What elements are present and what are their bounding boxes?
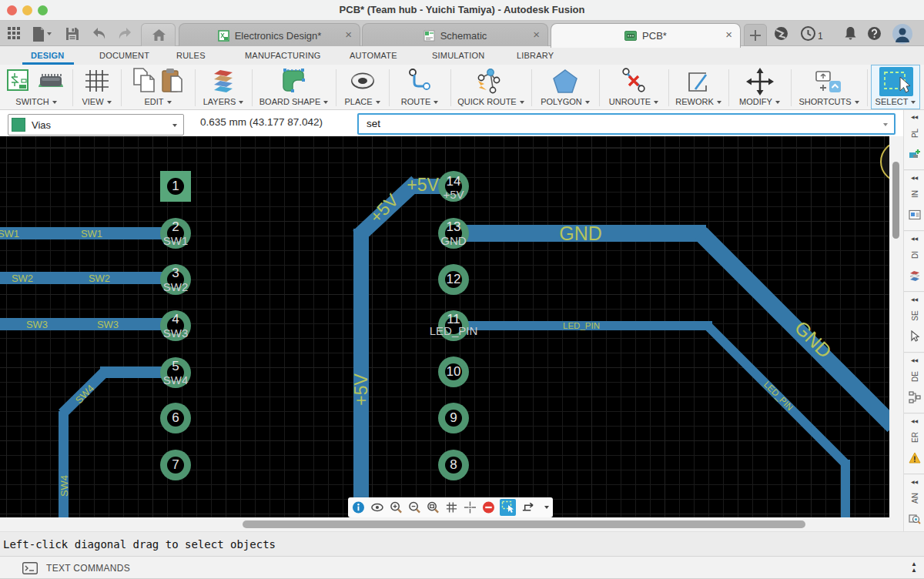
expand-chevrons-icon: ◀◀ [911, 114, 918, 119]
crosshair-icon[interactable] [464, 500, 477, 514]
pad-number: 8 [450, 457, 457, 473]
toolbar-label-route: ROUTE [401, 97, 431, 106]
layer-name: Vias [32, 119, 51, 131]
extensions-globe-icon[interactable] [774, 26, 788, 41]
fusion-window: PCB* (Team hub - Yuichi Tamiya) - Autode… [0, 0, 924, 579]
net-label-sw4-v: SW4 [59, 475, 70, 497]
toolbar-label-board-shape: BOARD SHAPE [259, 97, 320, 106]
side-panel-column: ◀◀ PL ◀◀ IN ◀◀ DI ◀◀ SE ◀◀ DE ◀◀ ER [903, 110, 924, 531]
trace-ledpin-v[interactable] [841, 460, 850, 517]
control-bar: Vias 0.635 mm (43.177 87.042) set [0, 110, 924, 136]
pad-number: 2 [172, 219, 179, 235]
panel-label: SE [910, 310, 919, 320]
toolbar-label-place: PLACE [344, 97, 372, 106]
text-commands-bar[interactable]: TEXT COMMANDS ▲ ▲ [0, 556, 924, 579]
notifications-bell-icon[interactable] [844, 26, 857, 41]
toolbar-label-edit: EDIT [144, 97, 163, 106]
menu-simulation[interactable]: SIMULATION [432, 51, 484, 60]
job-status-clock-icon[interactable] [801, 26, 815, 41]
pad-net-label: SW3 [163, 326, 189, 340]
edit-paste-icon [160, 67, 186, 96]
quick-route-icon [472, 67, 506, 96]
zoom-out-icon[interactable] [408, 500, 421, 514]
new-tab-button[interactable] [744, 24, 767, 46]
vertical-scrollbar[interactable] [889, 136, 903, 517]
panel-analyze[interactable]: ◀◀ AN [904, 475, 924, 531]
route-options-icon[interactable] [521, 500, 536, 514]
info-icon[interactable] [352, 500, 365, 514]
panel-place[interactable]: ◀◀ PL [904, 110, 924, 170]
pad-net-label: SW1 [163, 234, 189, 247]
menu-automate[interactable]: AUTOMATE [350, 51, 397, 60]
menu-library[interactable]: LIBRARY [517, 51, 554, 60]
tab-bar: Electronics Design* × Schematic × PCB* ×… [0, 21, 924, 46]
board-shape-icon [278, 67, 310, 96]
inspect-icon [909, 209, 921, 221]
tab-schematic[interactable]: Schematic × [362, 23, 548, 47]
edit-copy-icon [131, 67, 159, 96]
panel-inspect[interactable]: ◀◀ IN [904, 171, 924, 231]
zoom-in-icon[interactable] [390, 500, 403, 514]
panel-errors[interactable]: ◀◀ ER [904, 414, 924, 474]
menu-design[interactable]: DESIGN [31, 51, 64, 60]
tab-electronics-design[interactable]: Electronics Design* × [179, 23, 360, 47]
view-grid-icon [84, 67, 110, 96]
net-label-sw3-b: SW3 [97, 319, 119, 330]
job-count: 1 [818, 31, 823, 42]
analyze-icon [909, 513, 921, 525]
toolbar-label-view: VIEW [82, 97, 103, 106]
net-label-5v-v: +5V [351, 373, 372, 406]
board-outline-arc [880, 141, 889, 182]
tab-close-icon[interactable]: × [725, 28, 732, 41]
undo-icon[interactable] [92, 27, 107, 41]
select-icon [879, 67, 913, 96]
expand-chevrons-icon: ◀◀ [911, 357, 918, 363]
tab-close-icon[interactable]: × [345, 28, 352, 41]
pcb-canvas[interactable]: 1 2 SW1 3 SW2 4 SW3 5 SW4 6 7 14 +5V 13 … [0, 136, 889, 517]
main-toolbar: SWITCH VIEW EDIT LAYERS BOARD SHAPE PLAC… [0, 65, 924, 110]
expand-chevrons-icon: ◀◀ [911, 175, 918, 180]
file-menu-icon[interactable] [32, 27, 52, 42]
net-label-sw1-a: SW1 [0, 228, 19, 239]
expand-chevrons-icon: ◀◀ [911, 479, 918, 484]
pad-number: 5 [172, 359, 179, 374]
grid-settings-icon[interactable] [445, 500, 458, 514]
horizontal-scroll-thumb[interactable] [243, 520, 805, 528]
user-avatar[interactable] [892, 24, 912, 44]
select-tool-active[interactable] [500, 499, 516, 516]
zoom-fit-icon[interactable] [427, 500, 440, 514]
toolbar-label-quick-route: QUICK ROUTE [457, 97, 516, 106]
horizontal-scrollbar[interactable] [0, 517, 903, 531]
pad-net-label: +5V [443, 188, 464, 201]
route-icon [406, 67, 434, 96]
trace-sw4-v[interactable] [59, 411, 69, 517]
help-icon[interactable] [867, 26, 882, 41]
expand-panel-arrows-icon[interactable]: ▲ ▲ [911, 561, 917, 574]
command-input[interactable]: set [357, 113, 896, 135]
tab-pcb[interactable]: PCB* × [551, 23, 741, 48]
menu-rules[interactable]: RULES [176, 51, 206, 60]
toolbar-label-unroute: UNROUTE [609, 97, 651, 106]
visibility-eye-icon[interactable] [370, 500, 384, 514]
redo-icon[interactable] [117, 27, 132, 41]
tab-close-icon[interactable]: × [533, 28, 540, 41]
panel-display[interactable]: ◀◀ DI [904, 232, 924, 292]
pad-number: 6 [172, 410, 179, 426]
panel-selection[interactable]: ◀◀ SE [904, 293, 924, 353]
command-dropdown-caret-icon [883, 123, 888, 126]
display-layers-icon [909, 269, 921, 282]
route-options-caret-icon[interactable] [544, 506, 549, 509]
layer-dropdown[interactable]: Vias [8, 114, 184, 136]
terminal-icon [22, 562, 38, 574]
vertical-scroll-thumb[interactable] [892, 162, 899, 239]
status-message: Left-click diagonal drag to select objec… [3, 538, 276, 551]
home-button[interactable] [141, 23, 176, 46]
panel-design[interactable]: ◀◀ DE [904, 353, 924, 413]
menu-document[interactable]: DOCUMENT [99, 51, 149, 60]
schematic-icon [424, 30, 435, 42]
save-icon[interactable] [65, 27, 79, 41]
stop-icon[interactable] [482, 500, 495, 514]
menu-manufacturing[interactable]: MANUFACTURING [245, 51, 321, 60]
app-grid-icon[interactable] [8, 27, 21, 40]
pad-number: 1 [172, 179, 179, 194]
